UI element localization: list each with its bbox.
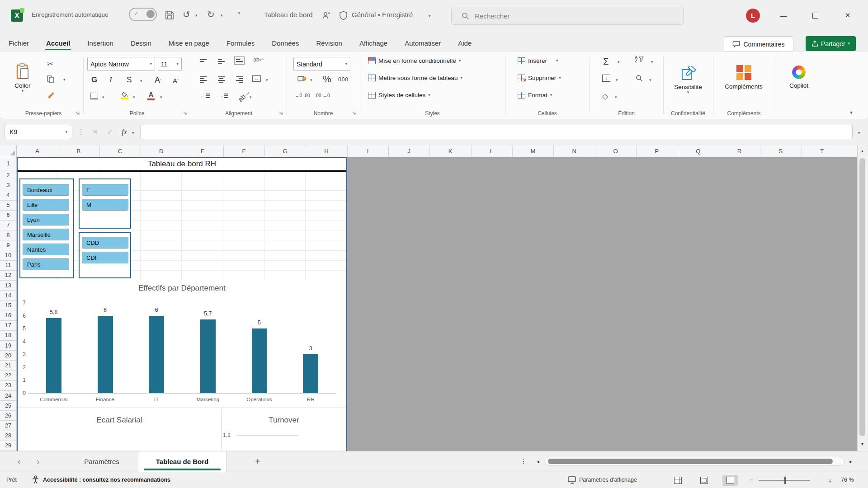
row-header-29[interactable]: 29 bbox=[0, 441, 16, 451]
delete-button[interactable]: ✕ Supprimer▾ bbox=[518, 75, 561, 81]
column-header-E[interactable]: E bbox=[182, 145, 223, 157]
zoom-out-icon[interactable]: − bbox=[747, 475, 756, 486]
decrease-indent-icon[interactable]: ← bbox=[200, 93, 210, 99]
column-header-Q[interactable]: Q bbox=[678, 145, 719, 157]
column-header-J[interactable]: J bbox=[388, 145, 430, 157]
dashboard-title-cell[interactable]: Tableau de bord RH bbox=[17, 157, 347, 170]
sheet-tab-tableau-de-bord[interactable]: Tableau de Bord bbox=[138, 451, 226, 472]
row-header-8[interactable]: 8 bbox=[0, 230, 16, 240]
align-middle-icon[interactable] bbox=[218, 58, 225, 65]
increase-indent-icon[interactable]: → bbox=[218, 93, 228, 99]
ribbon-tab-fichier[interactable]: Fichier bbox=[8, 35, 30, 52]
column-header-M[interactable]: M bbox=[512, 145, 554, 157]
addins-button[interactable]: Compléments bbox=[721, 55, 766, 100]
page-break-view-button[interactable] bbox=[722, 475, 738, 486]
percent-style-icon[interactable]: % bbox=[323, 74, 331, 84]
maximize-button[interactable] bbox=[807, 8, 823, 23]
document-status[interactable]: Général • Enregistré bbox=[352, 11, 413, 19]
quick-access-icon[interactable]: ▾ bbox=[236, 11, 242, 15]
comma-style-icon[interactable]: 000 bbox=[338, 76, 349, 83]
row-header-9[interactable]: 9 bbox=[0, 240, 16, 250]
row-header-21[interactable]: 21 bbox=[0, 361, 16, 371]
slicer-item-paris[interactable]: Paris bbox=[23, 258, 69, 270]
row-header-23[interactable]: 23 bbox=[0, 381, 16, 391]
format-painter-icon[interactable] bbox=[47, 92, 55, 99]
ribbon-tab-insertion[interactable]: Insertion bbox=[86, 35, 114, 52]
paste-button[interactable]: Coller ▾ bbox=[10, 56, 35, 101]
chart-turnover[interactable]: Turnover 1,2 bbox=[222, 408, 346, 450]
slicer-item-marseille[interactable]: Marseille bbox=[23, 229, 69, 240]
font-size-select[interactable]: 11▾ bbox=[158, 57, 182, 71]
column-header-B[interactable]: B bbox=[58, 145, 99, 157]
row-header-28[interactable]: 28 bbox=[0, 431, 16, 441]
borders-chevron-icon[interactable]: ▾ bbox=[102, 95, 104, 99]
currency-chevron-icon[interactable]: ▾ bbox=[310, 78, 312, 82]
increase-decimal-icon[interactable]: ←0 .00 bbox=[295, 93, 310, 98]
minimize-button[interactable]: — bbox=[776, 8, 791, 23]
column-header-K[interactable]: K bbox=[430, 145, 472, 157]
font-dialog-launcher[interactable]: ⇲ bbox=[183, 111, 187, 117]
vertical-scroll-thumb[interactable] bbox=[859, 158, 865, 436]
redo-chevron-icon[interactable]: ▾ bbox=[221, 14, 223, 18]
column-header-F[interactable]: F bbox=[223, 145, 265, 157]
number-dialog-launcher[interactable]: ⇲ bbox=[352, 111, 356, 117]
row-header-26[interactable]: 26 bbox=[0, 411, 16, 421]
close-button[interactable]: ✕ bbox=[840, 8, 855, 23]
row-header-14[interactable]: 14 bbox=[0, 291, 16, 300]
copy-icon[interactable] bbox=[47, 75, 54, 83]
align-center-icon[interactable] bbox=[218, 75, 225, 84]
vertical-scrollbar[interactable]: ▴ ▾ bbox=[857, 145, 867, 451]
slicer-item-f[interactable]: F bbox=[82, 184, 128, 196]
scroll-down-icon[interactable]: ▾ bbox=[858, 441, 867, 446]
underline-chevron-icon[interactable]: ▾ bbox=[140, 79, 142, 83]
hscroll-right-icon[interactable]: ▸ bbox=[847, 457, 854, 466]
number-format-select[interactable]: Standard▾ bbox=[293, 57, 350, 71]
align-right-icon[interactable] bbox=[236, 75, 243, 84]
cut-icon[interactable]: ✂ bbox=[47, 59, 53, 69]
slicer-item-lyon[interactable]: Lyon bbox=[23, 214, 69, 225]
font-name-select[interactable]: Aptos Narrow▾ bbox=[87, 57, 155, 71]
font-color-icon[interactable]: A bbox=[147, 91, 155, 100]
find-chevron-icon[interactable]: ▾ bbox=[649, 78, 651, 82]
slicer-city[interactable]: BordeauxLilleLyonMarseilleNantesParis bbox=[19, 178, 74, 278]
row-header-13[interactable]: 13 bbox=[0, 281, 16, 291]
row-header-7[interactable]: 7 bbox=[0, 221, 16, 230]
column-header-D[interactable]: D bbox=[141, 145, 182, 157]
wrap-text-icon[interactable]: ab↩ bbox=[253, 56, 264, 63]
slicer-gender[interactable]: FM bbox=[79, 178, 131, 229]
display-settings-label[interactable]: Paramètres d'affichage bbox=[579, 477, 637, 483]
alignment-dialog-launcher[interactable]: ⇲ bbox=[279, 111, 283, 117]
decrease-font-button[interactable]: Aˇ bbox=[173, 77, 179, 84]
prev-sheet-icon[interactable]: ‹ bbox=[13, 455, 25, 468]
find-select-icon[interactable] bbox=[636, 75, 643, 82]
ribbon-tab-données[interactable]: Données bbox=[271, 35, 300, 52]
row-header-18[interactable]: 18 bbox=[0, 331, 16, 341]
zoom-in-icon[interactable]: + bbox=[826, 475, 835, 486]
cell-styles-button[interactable]: Styles de cellules▾ bbox=[368, 92, 430, 99]
hscroll-left-icon[interactable]: ◂ bbox=[534, 457, 542, 466]
worksheet-print-area[interactable]: Tableau de bord RH BordeauxLilleLyonMars… bbox=[17, 157, 347, 451]
row-header-4[interactable]: 4 bbox=[0, 190, 16, 200]
clear-icon[interactable]: ◇ bbox=[602, 92, 608, 101]
clipboard-dialog-launcher[interactable]: ⇲ bbox=[75, 111, 80, 117]
ribbon-tab-affichage[interactable]: Affichage bbox=[359, 35, 388, 52]
merge-chevron-icon[interactable]: ▾ bbox=[266, 78, 268, 82]
column-header-R[interactable]: R bbox=[719, 145, 760, 157]
accessibility-status[interactable]: Accessibilité : consultez nos recommanda… bbox=[43, 477, 170, 483]
fill-color-icon[interactable] bbox=[121, 92, 128, 99]
row-header-10[interactable]: 10 bbox=[0, 250, 16, 260]
ribbon-tab-accueil[interactable]: Accueil bbox=[45, 35, 71, 52]
row-header-17[interactable]: 17 bbox=[0, 321, 16, 331]
ribbon-tab-dessin[interactable]: Dessin bbox=[130, 35, 152, 52]
share-button[interactable]: Partager ▾ bbox=[806, 36, 856, 51]
column-header-C[interactable]: C bbox=[99, 145, 141, 157]
ribbon-tab-aide[interactable]: Aide bbox=[457, 35, 472, 52]
slicer-item-lille[interactable]: Lille bbox=[23, 199, 69, 211]
document-title[interactable]: Tableau de bord bbox=[264, 11, 313, 19]
row-header-19[interactable]: 19 bbox=[0, 341, 16, 351]
fill-chevron-icon[interactable]: ▾ bbox=[616, 78, 618, 82]
conditional-formatting-button[interactable]: Mise en forme conditionnelle▾ bbox=[368, 57, 461, 64]
increase-font-button[interactable]: Aˆ bbox=[155, 75, 161, 85]
row-header-1[interactable]: 1 bbox=[0, 157, 16, 170]
page-layout-view-button[interactable] bbox=[696, 475, 712, 486]
